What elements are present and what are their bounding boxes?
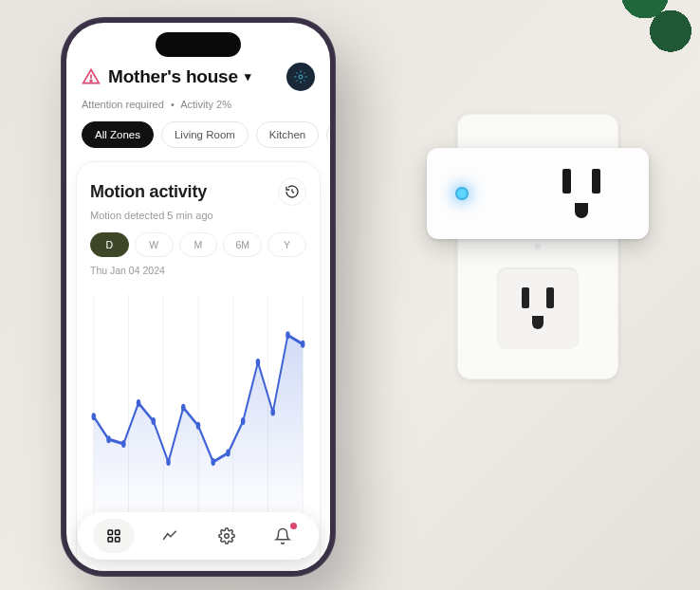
phone-notch	[156, 32, 241, 57]
svg-point-30	[241, 417, 246, 425]
svg-line-9	[296, 80, 297, 81]
bottom-nav	[78, 512, 319, 560]
chevron-down-icon: ▾	[245, 69, 251, 83]
svg-point-33	[286, 331, 290, 339]
svg-point-2	[299, 75, 303, 79]
svg-rect-37	[108, 538, 113, 543]
svg-rect-38	[115, 538, 120, 543]
wall-outlet-lower	[497, 267, 579, 349]
svg-point-20	[92, 413, 97, 420]
svg-point-25	[166, 458, 171, 466]
svg-line-12	[292, 192, 294, 193]
svg-point-27	[196, 422, 201, 430]
status-attention: Attention required	[82, 99, 164, 110]
card-title: Motion activity	[90, 182, 278, 202]
svg-point-24	[151, 417, 156, 425]
range-d[interactable]: D	[90, 232, 129, 257]
zone-chip-bath[interactable]: Bath	[326, 121, 330, 148]
decorative-plant	[595, 0, 700, 80]
smart-plug-led	[455, 187, 469, 200]
zone-chip-living-room[interactable]: Living Room	[161, 121, 249, 148]
location-selector[interactable]: Mother's house ▾	[108, 66, 279, 87]
svg-point-23	[137, 399, 141, 407]
location-label: Mother's house	[108, 66, 238, 86]
svg-line-7	[296, 72, 297, 73]
zone-chip-kitchen[interactable]: Kitchen	[256, 121, 319, 148]
svg-line-8	[304, 80, 304, 81]
zone-chip-all-zones[interactable]: All Zones	[82, 121, 154, 148]
svg-rect-35	[108, 530, 113, 535]
svg-point-26	[181, 404, 186, 412]
range-m[interactable]: M	[179, 232, 218, 257]
alert-icon	[82, 67, 101, 86]
svg-point-34	[301, 341, 305, 348]
svg-line-10	[304, 72, 304, 73]
nav-settings[interactable]	[206, 519, 248, 553]
range-y[interactable]: Y	[267, 232, 306, 257]
svg-point-21	[106, 435, 111, 443]
range-selector[interactable]: DWM6MY	[90, 232, 306, 257]
nav-activity[interactable]	[149, 519, 191, 553]
svg-point-32	[270, 409, 275, 416]
motion-activity-card: Motion activity Motion detected 5 min ag…	[76, 161, 321, 571]
smart-plug-device	[427, 148, 649, 239]
zone-chip-row[interactable]: All ZonesLiving RoomKitchenBath	[66, 121, 330, 161]
range-w[interactable]: W	[135, 232, 174, 257]
chart-date-label: Thu Jan 04 2024	[90, 265, 306, 276]
svg-point-29	[226, 449, 230, 456]
svg-point-1	[90, 80, 92, 82]
status-activity: Activity 2%	[180, 99, 231, 110]
smart-plug-socket	[546, 158, 617, 229]
nav-home[interactable]	[93, 519, 135, 553]
history-button[interactable]	[278, 177, 306, 206]
nav-alerts-badge	[290, 523, 297, 529]
svg-point-22	[121, 440, 126, 448]
svg-point-28	[211, 458, 215, 466]
profile-avatar[interactable]	[286, 63, 315, 91]
phone-screen: Mother's house ▾ Attention required • Ac…	[66, 23, 330, 571]
svg-point-31	[256, 359, 261, 366]
card-subtitle: Motion detected 5 min ago	[90, 210, 306, 221]
activity-line-chart[interactable]	[90, 282, 306, 549]
status-subline: Attention required • Activity 2%	[66, 99, 330, 121]
range-6m[interactable]: 6M	[223, 232, 262, 257]
nav-alerts[interactable]	[262, 519, 304, 553]
phone-frame: Mother's house ▾ Attention required • Ac…	[61, 17, 336, 577]
svg-rect-36	[115, 530, 120, 535]
svg-point-39	[225, 534, 230, 539]
